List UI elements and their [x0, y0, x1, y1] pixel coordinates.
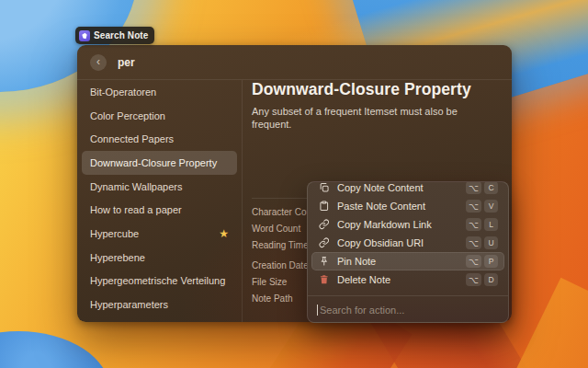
letter-key-badge: D — [484, 273, 498, 286]
search-bar: ‹ per — [77, 45, 512, 80]
letter-key-badge: L — [484, 218, 498, 231]
menu-item-copy-note-content[interactable]: Copy Note Content ⌥C — [311, 181, 504, 197]
letter-key-badge: U — [484, 236, 498, 249]
letter-key-badge: V — [484, 200, 498, 213]
link-icon — [318, 237, 330, 248]
note-list-item-label: Hypergeometrische Verteilung — [90, 275, 225, 286]
chevron-left-icon: ‹ — [96, 56, 100, 67]
note-list-item[interactable]: Hypergeometrische Verteilung — [82, 270, 237, 293]
note-list-item[interactable]: How to read a paper — [82, 198, 237, 222]
note-list-item-label: Bit-Operatoren — [90, 86, 156, 98]
note-title: Downward-Closure Property — [252, 81, 497, 98]
note-list-item[interactable]: Dynamic Wallpapers — [82, 175, 237, 199]
star-icon: ★ — [219, 228, 229, 239]
note-list-item[interactable]: Connected Papers — [82, 127, 237, 151]
menu-item-label: Copy Obsidian URI — [337, 237, 424, 248]
note-list-item-label: Hyperebene — [90, 252, 145, 263]
actions-menu-list: Copy Note Content ⌥C Paste Note Content … — [308, 181, 508, 289]
menu-item-delete-note[interactable]: Delete Note ⌥D — [311, 270, 504, 289]
link-icon — [318, 219, 330, 230]
note-list-item-label: Dynamic Wallpapers — [90, 181, 182, 192]
note-list-item[interactable]: Hyperparameters — [82, 293, 237, 316]
desktop: Search Note ‹ per Bit-Operatoren Color P… — [0, 0, 588, 368]
letter-key-badge: P — [484, 255, 498, 268]
note-list-item-selected[interactable]: Downward-Closure Property — [82, 151, 237, 175]
note-list-item-label: Hyperparameters — [90, 299, 168, 310]
menu-item-label: Delete Note — [337, 274, 390, 285]
note-list-item-label: Hypercube — [90, 228, 139, 239]
menu-item-copy-obsidian-uri[interactable]: Copy Obsidian URI ⌥U — [311, 234, 504, 252]
search-input[interactable]: per — [118, 56, 135, 69]
option-key-badge: ⌥ — [466, 236, 481, 249]
back-button[interactable]: ‹ — [90, 54, 107, 71]
action-search-field[interactable]: Search for action... — [308, 296, 508, 323]
menu-item-paste-note-content[interactable]: Paste Note Content ⌥V — [311, 197, 504, 215]
menu-item-copy-markdown-link[interactable]: Copy Markdown Link ⌥L — [311, 215, 504, 234]
note-list-item-label: Connected Papers — [90, 133, 174, 144]
note-list-item[interactable]: Hyperebene — [82, 246, 237, 270]
note-list-item[interactable]: Bit-Operatoren — [82, 80, 237, 104]
option-key-badge: ⌥ — [466, 181, 481, 194]
trash-icon — [318, 274, 330, 285]
note-list-item[interactable]: Hypercube★ — [82, 222, 237, 246]
copy-icon — [318, 182, 330, 193]
note-list-item[interactable]: Color Perception — [82, 104, 237, 128]
option-key-badge: ⌥ — [466, 200, 481, 213]
option-key-badge: ⌥ — [466, 218, 481, 231]
menu-item-label: Copy Markdown Link — [337, 219, 432, 230]
text-cursor — [317, 305, 318, 316]
letter-key-badge: C — [484, 181, 498, 194]
menu-item-label: Paste Note Content — [337, 201, 425, 212]
menu-item-label: Copy Note Content — [337, 182, 424, 193]
note-list: Bit-Operatoren Color Perception Connecte… — [77, 80, 243, 322]
note-list-item-label: Downward-Closure Property — [90, 157, 217, 168]
note-list-item-label: Color Perception — [90, 110, 165, 121]
note-subtitle: Any subset of a frequent Itemset must al… — [252, 105, 497, 131]
tooltip-label: Search Note — [94, 30, 148, 40]
action-search-placeholder: Search for action... — [320, 305, 404, 316]
option-key-badge: ⌥ — [466, 273, 481, 286]
note-list-item-label: How to read a paper — [90, 204, 182, 215]
clipboard-icon — [318, 201, 330, 212]
pin-icon — [318, 256, 330, 267]
actions-menu: Copy Note Content ⌥C Paste Note Content … — [307, 181, 509, 323]
menu-item-label: Pin Note — [337, 256, 376, 267]
menu-item-pin-note[interactable]: Pin Note ⌥P — [311, 252, 504, 270]
option-key-badge: ⌥ — [466, 255, 481, 268]
obsidian-logo-icon — [79, 30, 90, 41]
app-tooltip: Search Note — [75, 27, 154, 44]
